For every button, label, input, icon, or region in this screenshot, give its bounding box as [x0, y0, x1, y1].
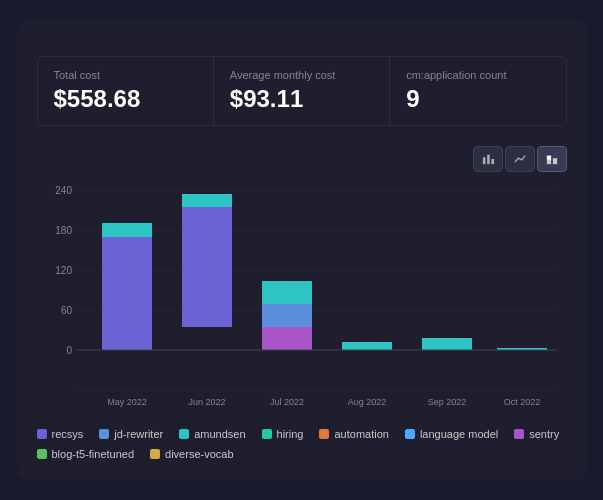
chart-controls: [473, 146, 567, 172]
metric-value: 9: [406, 85, 549, 113]
bar-sep-amundsen: [422, 338, 472, 350]
bar-may-amundsen: [102, 223, 152, 237]
main-card: Total cost $558.68 Average monthly cost …: [17, 20, 587, 480]
bar-jul-sentry: [262, 327, 312, 350]
metric-item: Total cost $558.68: [38, 57, 214, 125]
svg-text:Aug 2022: Aug 2022: [347, 397, 386, 407]
svg-rect-1: [487, 155, 490, 164]
legend-item: language model: [405, 428, 498, 440]
legend-color: [150, 449, 160, 459]
legend-color: [319, 429, 329, 439]
metric-label: cm:application count: [406, 69, 549, 81]
legend-label: automation: [334, 428, 388, 440]
chart-wrapper: 240 180 120 60 0: [37, 180, 567, 420]
svg-rect-0: [482, 157, 485, 164]
legend-item: blog-t5-finetuned: [37, 448, 135, 460]
metric-item: Average monthly cost $93.11: [214, 57, 390, 125]
svg-text:Jun 2022: Jun 2022: [188, 397, 225, 407]
legend-label: language model: [420, 428, 498, 440]
legend-item: amundsen: [179, 428, 245, 440]
legend-color: [179, 429, 189, 439]
legend-label: recsys: [52, 428, 84, 440]
legend-label: hiring: [277, 428, 304, 440]
legend-item: sentry: [514, 428, 559, 440]
metric-item: cm:application count 9: [390, 57, 565, 125]
bar-jul-amundsen: [262, 281, 312, 304]
legend-color: [514, 429, 524, 439]
metric-value: $93.11: [230, 85, 373, 113]
legend-label: jd-rewriter: [114, 428, 163, 440]
svg-text:180: 180: [55, 225, 72, 236]
bar-may-recsys: [102, 237, 152, 350]
legend-color: [37, 449, 47, 459]
legend-item: jd-rewriter: [99, 428, 163, 440]
legend-item: hiring: [262, 428, 304, 440]
legend-color: [37, 429, 47, 439]
metrics-row: Total cost $558.68 Average monthly cost …: [37, 56, 567, 126]
legend: recsys jd-rewriter amundsen hiring autom…: [37, 428, 567, 460]
legend-label: diverse-vocab: [165, 448, 233, 460]
metric-label: Average monthly cost: [230, 69, 373, 81]
legend-item: automation: [319, 428, 388, 440]
bar-aug-amundsen: [342, 342, 392, 350]
legend-color: [99, 429, 109, 439]
legend-color: [262, 429, 272, 439]
svg-rect-3: [546, 160, 550, 164]
metric-label: Total cost: [54, 69, 197, 81]
svg-text:Jul 2022: Jul 2022: [269, 397, 303, 407]
chart-area: 240 180 120 60 0: [37, 146, 567, 460]
legend-label: amundsen: [194, 428, 245, 440]
bar-jun-recsys: [182, 207, 232, 327]
svg-text:Oct 2022: Oct 2022: [503, 397, 540, 407]
bar-jun-amundsen: [182, 194, 232, 207]
svg-text:Sep 2022: Sep 2022: [427, 397, 466, 407]
chart-header: [37, 146, 567, 172]
metric-value: $558.68: [54, 85, 197, 113]
line-chart-button[interactable]: [505, 146, 535, 172]
legend-item: diverse-vocab: [150, 448, 233, 460]
stacked-chart-button[interactable]: [537, 146, 567, 172]
legend-label: sentry: [529, 428, 559, 440]
svg-text:120: 120: [55, 265, 72, 276]
chart-svg: 240 180 120 60 0: [37, 180, 567, 420]
legend-label: blog-t5-finetuned: [52, 448, 135, 460]
svg-text:60: 60: [60, 305, 72, 316]
legend-item: recsys: [37, 428, 84, 440]
bar-chart-button[interactable]: [473, 146, 503, 172]
svg-text:May 2022: May 2022: [107, 397, 147, 407]
svg-text:240: 240: [55, 185, 72, 196]
svg-text:0: 0: [66, 345, 72, 356]
svg-rect-4: [546, 156, 550, 160]
legend-color: [405, 429, 415, 439]
svg-rect-2: [491, 159, 494, 164]
svg-rect-5: [552, 158, 556, 164]
